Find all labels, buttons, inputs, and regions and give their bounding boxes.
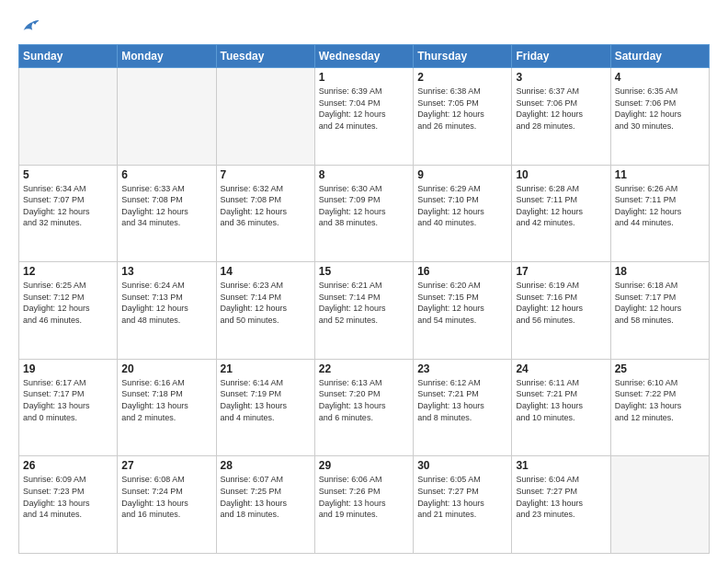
day-info: Sunrise: 6:24 AMSunset: 7:13 PMDaylight:… — [121, 280, 211, 326]
day-number: 1 — [319, 71, 409, 84]
day-info: Sunrise: 6:29 AMSunset: 7:10 PMDaylight:… — [417, 183, 507, 229]
calendar-cell: 28Sunrise: 6:07 AMSunset: 7:25 PMDayligh… — [216, 456, 314, 554]
day-number: 22 — [319, 362, 409, 375]
day-info: Sunrise: 6:30 AMSunset: 7:09 PMDaylight:… — [319, 183, 409, 229]
day-info: Sunrise: 6:28 AMSunset: 7:11 PMDaylight:… — [516, 183, 606, 229]
day-info: Sunrise: 6:09 AMSunset: 7:23 PMDaylight:… — [23, 474, 113, 520]
calendar-cell: 27Sunrise: 6:08 AMSunset: 7:24 PMDayligh… — [118, 456, 216, 554]
day-info: Sunrise: 6:25 AMSunset: 7:12 PMDaylight:… — [23, 280, 113, 326]
calendar-cell: 11Sunrise: 6:26 AMSunset: 7:11 PMDayligh… — [610, 165, 709, 262]
day-number: 20 — [121, 362, 211, 375]
calendar-cell: 2Sunrise: 6:38 AMSunset: 7:05 PMDaylight… — [414, 68, 512, 166]
day-number: 27 — [121, 459, 211, 472]
calendar-cell: 4Sunrise: 6:35 AMSunset: 7:06 PMDaylight… — [610, 68, 709, 166]
day-number: 26 — [23, 459, 113, 472]
calendar-cell: 5Sunrise: 6:34 AMSunset: 7:07 PMDaylight… — [19, 165, 118, 262]
day-header-saturday: Saturday — [610, 45, 709, 68]
day-number: 8 — [319, 168, 409, 181]
logo-bird-icon — [20, 17, 40, 37]
calendar-cell: 10Sunrise: 6:28 AMSunset: 7:11 PMDayligh… — [512, 165, 610, 262]
calendar-cell: 14Sunrise: 6:23 AMSunset: 7:14 PMDayligh… — [216, 262, 314, 360]
day-info: Sunrise: 6:33 AMSunset: 7:08 PMDaylight:… — [121, 183, 211, 229]
day-number: 30 — [417, 459, 507, 472]
day-info: Sunrise: 6:34 AMSunset: 7:07 PMDaylight:… — [23, 183, 113, 229]
calendar-cell — [19, 68, 118, 166]
calendar-cell: 20Sunrise: 6:16 AMSunset: 7:18 PMDayligh… — [118, 359, 216, 456]
day-info: Sunrise: 6:23 AMSunset: 7:14 PMDaylight:… — [221, 280, 311, 326]
calendar: SundayMondayTuesdayWednesdayThursdayFrid… — [18, 44, 710, 554]
calendar-cell: 13Sunrise: 6:24 AMSunset: 7:13 PMDayligh… — [118, 262, 216, 360]
day-info: Sunrise: 6:10 AMSunset: 7:22 PMDaylight:… — [615, 377, 705, 423]
day-number: 21 — [221, 362, 311, 375]
day-number: 25 — [615, 362, 705, 375]
day-info: Sunrise: 6:37 AMSunset: 7:06 PMDaylight:… — [516, 86, 606, 132]
day-number: 17 — [516, 265, 606, 278]
calendar-cell: 1Sunrise: 6:39 AMSunset: 7:04 PMDaylight… — [314, 68, 413, 166]
calendar-cell: 30Sunrise: 6:05 AMSunset: 7:27 PMDayligh… — [414, 456, 512, 554]
calendar-cell — [610, 456, 709, 554]
calendar-cell: 21Sunrise: 6:14 AMSunset: 7:19 PMDayligh… — [216, 359, 314, 456]
day-number: 31 — [516, 459, 606, 472]
day-header-friday: Friday — [512, 45, 610, 68]
calendar-cell: 3Sunrise: 6:37 AMSunset: 7:06 PMDaylight… — [512, 68, 610, 166]
day-number: 5 — [23, 168, 113, 181]
day-info: Sunrise: 6:16 AMSunset: 7:18 PMDaylight:… — [121, 377, 211, 423]
header — [18, 17, 710, 37]
calendar-header-row: SundayMondayTuesdayWednesdayThursdayFrid… — [19, 45, 710, 68]
day-number: 2 — [417, 71, 507, 84]
calendar-cell: 12Sunrise: 6:25 AMSunset: 7:12 PMDayligh… — [19, 262, 118, 360]
day-info: Sunrise: 6:05 AMSunset: 7:27 PMDaylight:… — [417, 474, 507, 520]
day-header-wednesday: Wednesday — [314, 45, 413, 68]
day-info: Sunrise: 6:35 AMSunset: 7:06 PMDaylight:… — [615, 86, 705, 132]
calendar-cell — [118, 68, 216, 166]
calendar-cell: 15Sunrise: 6:21 AMSunset: 7:14 PMDayligh… — [314, 262, 413, 360]
calendar-cell: 23Sunrise: 6:12 AMSunset: 7:21 PMDayligh… — [414, 359, 512, 456]
day-number: 11 — [615, 168, 705, 181]
calendar-week-3: 12Sunrise: 6:25 AMSunset: 7:12 PMDayligh… — [19, 262, 710, 360]
day-info: Sunrise: 6:39 AMSunset: 7:04 PMDaylight:… — [319, 86, 409, 132]
calendar-cell: 25Sunrise: 6:10 AMSunset: 7:22 PMDayligh… — [610, 359, 709, 456]
day-number: 9 — [417, 168, 507, 181]
day-info: Sunrise: 6:13 AMSunset: 7:20 PMDaylight:… — [319, 377, 409, 423]
day-number: 13 — [121, 265, 211, 278]
calendar-week-2: 5Sunrise: 6:34 AMSunset: 7:07 PMDaylight… — [19, 165, 710, 262]
day-number: 18 — [615, 265, 705, 278]
calendar-cell: 17Sunrise: 6:19 AMSunset: 7:16 PMDayligh… — [512, 262, 610, 360]
day-number: 28 — [221, 459, 311, 472]
day-info: Sunrise: 6:14 AMSunset: 7:19 PMDaylight:… — [221, 377, 311, 423]
calendar-cell: 22Sunrise: 6:13 AMSunset: 7:20 PMDayligh… — [314, 359, 413, 456]
page: SundayMondayTuesdayWednesdayThursdayFrid… — [0, 0, 728, 563]
calendar-week-5: 26Sunrise: 6:09 AMSunset: 7:23 PMDayligh… — [19, 456, 710, 554]
day-info: Sunrise: 6:19 AMSunset: 7:16 PMDaylight:… — [516, 280, 606, 326]
day-number: 29 — [319, 459, 409, 472]
calendar-cell: 7Sunrise: 6:32 AMSunset: 7:08 PMDaylight… — [216, 165, 314, 262]
day-header-tuesday: Tuesday — [216, 45, 314, 68]
day-info: Sunrise: 6:11 AMSunset: 7:21 PMDaylight:… — [516, 377, 606, 423]
calendar-week-4: 19Sunrise: 6:17 AMSunset: 7:17 PMDayligh… — [19, 359, 710, 456]
day-info: Sunrise: 6:26 AMSunset: 7:11 PMDaylight:… — [615, 183, 705, 229]
day-number: 19 — [23, 362, 113, 375]
day-number: 16 — [417, 265, 507, 278]
calendar-cell: 19Sunrise: 6:17 AMSunset: 7:17 PMDayligh… — [19, 359, 118, 456]
calendar-cell: 31Sunrise: 6:04 AMSunset: 7:27 PMDayligh… — [512, 456, 610, 554]
calendar-cell: 16Sunrise: 6:20 AMSunset: 7:15 PMDayligh… — [414, 262, 512, 360]
day-info: Sunrise: 6:21 AMSunset: 7:14 PMDaylight:… — [319, 280, 409, 326]
calendar-cell — [216, 68, 314, 166]
day-info: Sunrise: 6:38 AMSunset: 7:05 PMDaylight:… — [417, 86, 507, 132]
calendar-cell: 8Sunrise: 6:30 AMSunset: 7:09 PMDaylight… — [314, 165, 413, 262]
calendar-week-1: 1Sunrise: 6:39 AMSunset: 7:04 PMDaylight… — [19, 68, 710, 166]
day-info: Sunrise: 6:04 AMSunset: 7:27 PMDaylight:… — [516, 474, 606, 520]
calendar-cell: 29Sunrise: 6:06 AMSunset: 7:26 PMDayligh… — [314, 456, 413, 554]
logo — [18, 17, 40, 37]
day-info: Sunrise: 6:18 AMSunset: 7:17 PMDaylight:… — [615, 280, 705, 326]
day-number: 23 — [417, 362, 507, 375]
calendar-cell: 9Sunrise: 6:29 AMSunset: 7:10 PMDaylight… — [414, 165, 512, 262]
calendar-cell: 6Sunrise: 6:33 AMSunset: 7:08 PMDaylight… — [118, 165, 216, 262]
day-number: 3 — [516, 71, 606, 84]
day-info: Sunrise: 6:20 AMSunset: 7:15 PMDaylight:… — [417, 280, 507, 326]
day-header-thursday: Thursday — [414, 45, 512, 68]
calendar-cell: 26Sunrise: 6:09 AMSunset: 7:23 PMDayligh… — [19, 456, 118, 554]
day-info: Sunrise: 6:07 AMSunset: 7:25 PMDaylight:… — [221, 474, 311, 520]
day-info: Sunrise: 6:08 AMSunset: 7:24 PMDaylight:… — [121, 474, 211, 520]
day-info: Sunrise: 6:32 AMSunset: 7:08 PMDaylight:… — [221, 183, 311, 229]
